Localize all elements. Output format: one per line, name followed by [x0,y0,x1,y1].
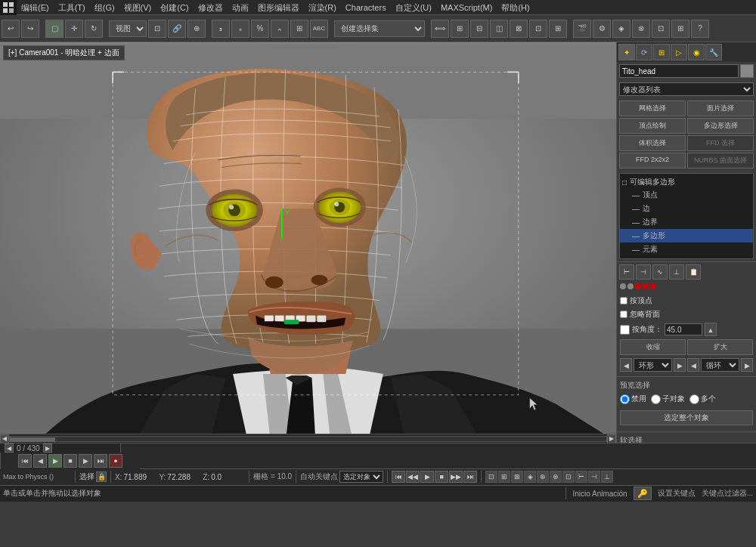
tb-icon-7[interactable]: ⊠ [510,20,528,38]
named-selection-dropdown[interactable]: 创建选择集 [334,20,425,37]
preview-sub-radio[interactable] [651,394,661,404]
pb-start[interactable]: ⏮ [392,471,405,483]
ri-5[interactable]: ⊕ [537,471,549,483]
ri-8[interactable]: ⊢ [575,471,587,483]
icon-clipboard[interactable]: 📋 [686,264,701,280]
go-end-btn[interactable]: ⏭ [94,454,107,468]
viewport[interactable]: [+] Camera001 - 明暗处理 + 边面 [0,42,616,443]
scroll-left-btn[interactable]: ◀ [0,434,9,443]
ring-next-btn[interactable]: ▶ [674,358,686,372]
ri-2[interactable]: ⊞ [498,471,510,483]
tb-icon-4[interactable]: ₙ [271,20,289,38]
ri-7[interactable]: ⊡ [562,471,575,483]
vertex-paint-btn[interactable]: 顶点绘制 [619,118,686,134]
select-mode-dropdown[interactable]: 选定对象 [339,471,383,483]
tb-icon-12[interactable]: ⊞ [671,20,689,38]
ri-9[interactable]: ⊣ [588,471,600,483]
pb-prev[interactable]: ◀◀ [406,471,420,483]
poly-select-btn[interactable]: 多边形选择 [687,118,754,134]
object-color-swatch[interactable] [740,64,754,78]
timeline-scroll-left[interactable]: ◀ [5,443,14,453]
scroll-right-btn[interactable]: ▶ [607,434,616,443]
array-button[interactable]: ⊞ [451,20,469,38]
view-dropdown[interactable]: 视图 [109,20,147,37]
preview-multi-radio[interactable] [689,394,699,404]
ring-prev-btn[interactable]: ◀ [620,358,632,372]
tb-icon-1[interactable]: ₃ [212,20,230,38]
help-button[interactable]: ? [691,20,709,38]
mirror-button[interactable]: ⟺ [431,20,449,38]
autokey-btn[interactable]: ● [109,454,122,468]
loop-prev-btn[interactable]: ◀ [687,358,699,372]
cmd-tab-modify[interactable]: ⟳ [636,44,652,60]
tree-item-element[interactable]: — 元素 [620,243,753,256]
select-whole-btn[interactable]: 选定整个对象 [620,410,753,425]
render-settings-button[interactable]: ⚙ [593,20,611,38]
align-button[interactable]: ⊟ [470,20,488,38]
pb-stop[interactable]: ■ [435,471,448,483]
expand-btn[interactable]: 扩大 [687,339,753,355]
lock-button[interactable]: 🔒 [96,471,107,482]
material-editor-button[interactable]: ◈ [612,20,631,38]
tb-icon-5[interactable]: ⊞ [290,20,308,38]
preview-disable-radio[interactable] [620,394,630,404]
tb-icon-10[interactable]: ⊗ [632,20,650,38]
tree-item-border[interactable]: — 边界 [620,215,753,229]
cmd-tab-motion[interactable]: ▷ [671,44,687,60]
pb-play[interactable]: ▶ [420,471,434,483]
ri-6[interactable]: ⊗ [550,471,562,483]
menu-animate[interactable]: 动画 [228,0,253,15]
by-angle-checkbox[interactable] [620,325,630,335]
render-button[interactable]: 🎬 [573,20,591,38]
tree-item-edge[interactable]: — 边 [620,202,753,215]
menu-view[interactable]: 视图(V) [119,0,156,15]
menu-customize[interactable]: 自定义(U) [391,0,436,15]
patch-select-btn[interactable]: 面片选择 [687,100,754,116]
object-name-input[interactable] [619,64,739,78]
tb-icon-6[interactable]: ◫ [490,20,508,38]
preview-multi-label[interactable]: 多个 [689,394,716,404]
stop-btn[interactable]: ■ [64,454,77,468]
loop-next-btn[interactable]: ▶ [741,358,753,372]
icon-key[interactable]: ⊣ [636,264,651,280]
ri-4[interactable]: ◈ [524,471,536,483]
redo-button[interactable]: ↪ [21,20,39,38]
go-start-btn[interactable]: ⏮ [18,454,32,468]
preview-sub-label[interactable]: 子对象 [651,394,685,404]
tb-icon-2[interactable]: ₐ [231,20,249,38]
menu-create[interactable]: 创建(C) [156,0,193,15]
ri-1[interactable]: ⊡ [485,471,497,483]
icon-pin[interactable]: ⊥ [669,264,684,280]
menu-graph-editor[interactable]: 图形编辑器 [253,0,304,15]
preview-disable-label[interactable]: 禁用 [620,394,646,404]
scale-button[interactable]: ⊡ [148,20,166,38]
prev-frame-btn[interactable]: ◀ [33,454,47,468]
volume-select-btn[interactable]: 体积选择 [619,135,686,151]
move-button[interactable]: ✛ [65,20,83,38]
ffd-2x2x2-btn[interactable]: FFD 2x2x2 [619,153,686,168]
viewport-hscroll[interactable]: ◀ ▶ [0,434,616,443]
ignore-back-checkbox[interactable] [620,311,627,318]
play-btn[interactable]: ▶ [48,454,62,468]
cmd-tab-utils[interactable]: 🔧 [705,44,722,60]
tree-item-polygon[interactable]: — 多边形 [620,229,753,243]
loop-dropdown[interactable]: 循环 [701,358,739,372]
bind-button[interactable]: ⊕ [187,20,206,38]
icon-anchor[interactable]: ⊢ [619,264,634,280]
key-icon-btn[interactable]: 🔑 [634,487,652,500]
ri-3[interactable]: ⊠ [511,471,523,483]
menu-maxscript[interactable]: MAXScript(M) [436,0,497,15]
menu-characters[interactable]: Characters [341,0,391,15]
cmd-tab-create[interactable]: ✦ [618,44,635,60]
tree-item-vertex[interactable]: — 顶点 [620,188,753,202]
link-button[interactable]: 🔗 [168,20,186,38]
tb-icon-11[interactable]: ⊡ [652,20,670,38]
tb-icon-abc[interactable]: ABC [310,20,328,38]
tb-icon-9[interactable]: ⊞ [549,20,567,38]
angle-up-btn[interactable]: ▲ [705,323,717,336]
undo-button[interactable]: ↩ [2,20,20,38]
by-vertex-checkbox[interactable] [620,297,627,304]
tb-icon-8[interactable]: ⊡ [529,20,547,38]
rotate-button[interactable]: ↻ [85,20,103,38]
ring-dropdown[interactable]: 环形 [634,358,672,372]
